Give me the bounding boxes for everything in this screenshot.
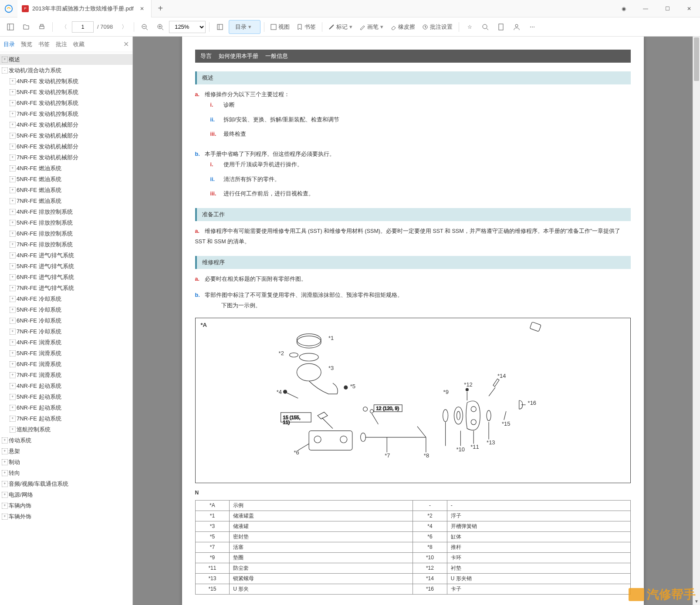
- expand-icon[interactable]: +: [10, 220, 16, 226]
- tree-item[interactable]: +7NR-FE 排放控制系统: [0, 239, 132, 250]
- zoom-select[interactable]: 125%: [169, 21, 206, 33]
- tree-item[interactable]: +4NR-FE 发动机机械部分: [0, 119, 132, 130]
- scrollbar-thumb[interactable]: [694, 37, 699, 81]
- tree-item[interactable]: +6NR-FE 润滑系统: [0, 359, 132, 370]
- tab-close-icon[interactable]: ✕: [137, 5, 147, 13]
- sidebar-tab-toc[interactable]: 目录: [3, 40, 15, 48]
- expand-icon[interactable]: +: [10, 339, 16, 346]
- expand-icon[interactable]: +: [10, 231, 16, 237]
- next-page-button[interactable]: 〉: [116, 20, 130, 34]
- tree-item[interactable]: +7NR-FE 冷却系统: [0, 326, 132, 337]
- user-icon[interactable]: [510, 20, 524, 34]
- expand-icon[interactable]: +: [10, 176, 16, 182]
- expand-icon[interactable]: +: [10, 405, 16, 411]
- sidebar-tab-bookmark[interactable]: 书签: [38, 40, 50, 48]
- tree-item[interactable]: +5NR-FE 发动机控制系统: [0, 87, 132, 97]
- prev-page-button[interactable]: 〈: [56, 20, 70, 34]
- page-icon[interactable]: [494, 20, 508, 34]
- tree-item[interactable]: +4NR-FE 冷却系统: [0, 293, 132, 304]
- expand-icon[interactable]: +: [10, 427, 16, 433]
- tree-item[interactable]: +6NR-FE 发动机控制系统: [0, 97, 132, 108]
- tree-item[interactable]: +6NR-FE 燃油系统: [0, 185, 132, 195]
- zoom-out-icon[interactable]: [138, 20, 152, 34]
- vertical-scrollbar[interactable]: ▲ ▼: [693, 37, 700, 605]
- pen-button[interactable]: 画笔 ▾: [357, 20, 386, 34]
- print-icon[interactable]: [35, 20, 49, 34]
- tree-item[interactable]: +车辆内饰: [0, 500, 132, 511]
- tree-item[interactable]: +6NR-FE 进气/排气系统: [0, 272, 132, 282]
- tree-item[interactable]: +6NR-FE 冷却系统: [0, 315, 132, 326]
- expand-icon[interactable]: +: [10, 361, 16, 367]
- tree-item[interactable]: -发动机/混合动力系统: [0, 65, 132, 76]
- tree-item[interactable]: +制动: [0, 457, 132, 467]
- expand-icon[interactable]: +: [2, 459, 8, 465]
- more-icon[interactable]: ⋯: [525, 20, 539, 34]
- tree-item[interactable]: +4NR-FE 起动系统: [0, 380, 132, 391]
- tree-item[interactable]: +5NR-FE 燃油系统: [0, 174, 132, 185]
- expand-icon[interactable]: +: [10, 383, 16, 389]
- tree-item[interactable]: +7NR-FE 发动机机械部分: [0, 152, 132, 163]
- tree-item[interactable]: +传动系统: [0, 435, 132, 446]
- sidebar-toggle-icon[interactable]: [3, 20, 17, 34]
- tree-item[interactable]: +5NR-FE 进气/排气系统: [0, 261, 132, 272]
- tree-item[interactable]: +4NR-FE 进气/排气系统: [0, 250, 132, 261]
- tree-item[interactable]: +5NR-FE 冷却系统: [0, 304, 132, 315]
- tree-item[interactable]: +转向: [0, 467, 132, 478]
- settings-gear-icon[interactable]: ◉: [613, 0, 635, 17]
- minimize-button[interactable]: —: [635, 0, 656, 17]
- new-tab-button[interactable]: +: [152, 3, 170, 13]
- sidebar-tab-fav[interactable]: 收藏: [73, 40, 85, 48]
- expand-icon[interactable]: +: [10, 111, 16, 117]
- expand-icon[interactable]: +: [10, 274, 16, 280]
- expand-icon[interactable]: +: [10, 285, 16, 291]
- tree-item[interactable]: +6NR-FE 排放控制系统: [0, 228, 132, 239]
- expand-icon[interactable]: +: [2, 437, 8, 444]
- expand-icon[interactable]: +: [10, 318, 16, 324]
- star-icon[interactable]: ☆: [463, 20, 477, 34]
- tree-item[interactable]: +6NR-FE 起动系统: [0, 402, 132, 413]
- expand-icon[interactable]: +: [10, 263, 16, 269]
- tree-item[interactable]: +7NR-FE 起动系统: [0, 413, 132, 424]
- sidebar-tab-preview[interactable]: 预览: [21, 40, 32, 48]
- sidebar-close-icon[interactable]: ✕: [123, 40, 129, 48]
- expand-icon[interactable]: +: [10, 242, 16, 248]
- expand-icon[interactable]: +: [10, 307, 16, 313]
- expand-icon[interactable]: +: [10, 165, 16, 171]
- expand-icon[interactable]: +: [2, 448, 8, 454]
- expand-icon[interactable]: +: [2, 57, 8, 63]
- expand-icon[interactable]: +: [2, 503, 8, 509]
- tree-item[interactable]: +车辆外饰: [0, 511, 132, 522]
- tree-item[interactable]: +概述: [0, 54, 132, 65]
- expand-icon[interactable]: +: [10, 296, 16, 302]
- tree-item[interactable]: +4NR-FE 发动机控制系统: [0, 76, 132, 87]
- tree-item[interactable]: +5NR-FE 起动系统: [0, 391, 132, 402]
- expand-icon[interactable]: +: [10, 100, 16, 106]
- tree-item[interactable]: +悬架: [0, 446, 132, 457]
- tree-item[interactable]: +7NR-FE 润滑系统: [0, 370, 132, 380]
- tree-item[interactable]: +4NR-FE 燃油系统: [0, 163, 132, 174]
- expand-icon[interactable]: +: [10, 133, 16, 139]
- tree-item[interactable]: +7NR-FE 发动机控制系统: [0, 108, 132, 119]
- batch-annotation-button[interactable]: 批注设置: [419, 20, 455, 34]
- sidebar-tab-annot[interactable]: 批注: [56, 40, 67, 48]
- expand-icon[interactable]: +: [10, 144, 16, 150]
- tree-item[interactable]: +电源/网络: [0, 489, 132, 500]
- document-tab[interactable]: P 2013年丰田威驰雅力士致炫维修手册.pdf ✕: [17, 0, 152, 17]
- expand-icon[interactable]: +: [10, 198, 16, 204]
- expand-icon[interactable]: +: [10, 350, 16, 356]
- tree-item[interactable]: +音频/视频/车载通信系统: [0, 478, 132, 489]
- expand-icon[interactable]: +: [2, 481, 8, 487]
- tree-item[interactable]: +5NR-FE 润滑系统: [0, 348, 132, 359]
- maximize-button[interactable]: ☐: [656, 0, 678, 17]
- close-window-button[interactable]: ✕: [678, 0, 700, 17]
- zoom-in-icon[interactable]: [153, 20, 167, 34]
- page-number-input[interactable]: [72, 21, 94, 33]
- open-file-icon[interactable]: [19, 20, 33, 34]
- search-icon[interactable]: [478, 20, 492, 34]
- expand-icon[interactable]: +: [10, 329, 16, 335]
- view-button[interactable]: 视图: [268, 20, 292, 34]
- tree-item[interactable]: +巡航控制系统: [0, 424, 132, 435]
- tree-item[interactable]: +6NR-FE 发动机机械部分: [0, 141, 132, 152]
- expand-icon[interactable]: +: [10, 187, 16, 193]
- tree-item[interactable]: +5NR-FE 发动机机械部分: [0, 130, 132, 141]
